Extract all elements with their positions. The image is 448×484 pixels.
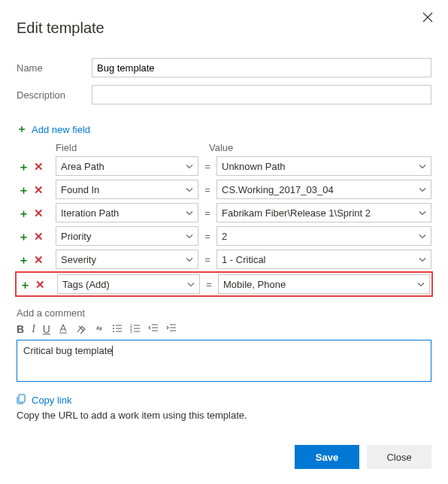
chevron-down-icon [419, 232, 426, 240]
field-row: ＋✕Found In=CS.Working_2017_03_04 [17, 180, 431, 199]
field-row: ＋✕Priority=2 [17, 226, 431, 246]
chevron-down-icon [186, 186, 193, 194]
field-row: ＋✕Tags (Add)=Mobile, Phone [15, 271, 433, 297]
add-row-button[interactable]: ＋ [20, 279, 31, 290]
remove-row-button[interactable]: ✕ [34, 207, 44, 219]
copy-icon [17, 394, 27, 407]
field-select[interactable]: Priority [56, 226, 198, 246]
equals-label: = [198, 184, 216, 195]
plus-icon: ＋ [17, 123, 27, 136]
svg-point-1 [113, 328, 114, 329]
description-label: Description [17, 89, 92, 101]
add-row-button[interactable]: ＋ [18, 231, 29, 242]
comment-label: Add a comment [17, 307, 431, 319]
close-icon[interactable] [419, 9, 436, 28]
chevron-down-icon [187, 280, 195, 289]
field-select-value: Tags (Add) [62, 279, 110, 290]
font-style-button[interactable] [58, 323, 68, 335]
equals-label: = [200, 279, 218, 290]
field-select[interactable]: Tags (Add) [57, 274, 200, 294]
add-row-button[interactable]: ＋ [18, 161, 29, 172]
link-button[interactable] [94, 323, 104, 335]
add-row-button[interactable]: ＋ [18, 184, 29, 195]
value-select[interactable]: Unknown Path [216, 156, 431, 176]
add-new-field-button[interactable]: ＋ Add new field [17, 123, 90, 136]
field-row: ＋✕Severity=1 - Critical [17, 250, 431, 269]
equals-label: = [198, 161, 216, 172]
bullet-list-button[interactable] [112, 323, 123, 335]
remove-row-button[interactable]: ✕ [35, 279, 45, 290]
copy-link-help: Copy the URL to add a work item using th… [17, 410, 431, 421]
field-select-value: Found In [61, 184, 99, 195]
header-value: Value [209, 142, 431, 153]
field-select-value: Iteration Path [61, 207, 119, 219]
clear-format-button[interactable] [76, 323, 86, 335]
value-select-value: 2 [222, 231, 227, 242]
name-label: Name [17, 62, 92, 74]
chevron-down-icon [417, 280, 425, 289]
svg-point-0 [113, 325, 114, 326]
value-select-value: 1 - Critical [222, 254, 266, 265]
chevron-down-icon [419, 162, 426, 171]
header-field: Field [56, 142, 209, 153]
comment-input[interactable]: Critical bug template [17, 340, 431, 382]
save-button[interactable]: Save [295, 445, 359, 469]
value-select[interactable]: Mobile, Phone [218, 274, 430, 294]
field-select[interactable]: Iteration Path [56, 203, 198, 222]
rich-text-toolbar: B I U 123 [17, 322, 431, 337]
field-row: ＋✕Iteration Path=Fabrikam Fiber\Release … [17, 203, 431, 222]
chevron-down-icon [419, 186, 426, 194]
chevron-down-icon [419, 209, 426, 217]
bold-button[interactable]: B [17, 324, 24, 334]
equals-label: = [198, 254, 216, 265]
add-new-field-label: Add new field [32, 124, 90, 135]
number-list-button[interactable]: 123 [130, 323, 141, 335]
field-headers: Field Value [56, 142, 431, 153]
value-select-value: Unknown Path [222, 161, 286, 172]
field-select-value: Priority [61, 231, 91, 242]
value-select-value: Fabrikam Fiber\Release 1\Sprint 2 [222, 207, 371, 219]
value-select[interactable]: 2 [216, 226, 431, 246]
value-select[interactable]: Fabrikam Fiber\Release 1\Sprint 2 [216, 203, 431, 222]
remove-row-button[interactable]: ✕ [34, 184, 44, 195]
chevron-down-icon [186, 209, 193, 217]
remove-row-button[interactable]: ✕ [34, 254, 44, 265]
field-select-value: Severity [61, 254, 96, 265]
equals-label: = [198, 207, 216, 219]
add-row-button[interactable]: ＋ [18, 207, 29, 219]
field-select[interactable]: Area Path [56, 156, 198, 176]
value-select-value: Mobile, Phone [223, 279, 286, 290]
svg-text:3: 3 [130, 329, 132, 334]
underline-button[interactable]: U [43, 324, 50, 334]
name-input[interactable] [92, 58, 431, 77]
field-select[interactable]: Found In [56, 180, 198, 199]
comment-text: Critical bug template [23, 345, 113, 356]
outdent-button[interactable] [148, 323, 159, 335]
value-select[interactable]: CS.Working_2017_03_04 [216, 180, 431, 199]
remove-row-button[interactable]: ✕ [34, 231, 44, 242]
chevron-down-icon [186, 232, 193, 240]
copy-link-button[interactable]: Copy link [17, 394, 71, 407]
page-title: Edit template [17, 20, 431, 37]
indent-button[interactable] [166, 323, 177, 335]
chevron-down-icon [186, 162, 193, 171]
svg-point-2 [113, 331, 114, 332]
value-select-value: CS.Working_2017_03_04 [222, 184, 334, 195]
field-row: ＋✕Area Path=Unknown Path [17, 156, 431, 176]
field-select[interactable]: Severity [56, 250, 198, 269]
chevron-down-icon [186, 256, 193, 264]
svg-rect-6 [19, 395, 25, 402]
copy-link-label: Copy link [32, 395, 71, 406]
equals-label: = [198, 231, 216, 242]
field-select-value: Area Path [61, 161, 104, 172]
description-input[interactable] [92, 85, 431, 104]
italic-button[interactable]: I [32, 324, 35, 334]
value-select[interactable]: 1 - Critical [216, 250, 431, 269]
remove-row-button[interactable]: ✕ [34, 161, 44, 172]
chevron-down-icon [419, 256, 426, 264]
close-button[interactable]: Close [367, 445, 431, 469]
add-row-button[interactable]: ＋ [18, 254, 29, 265]
